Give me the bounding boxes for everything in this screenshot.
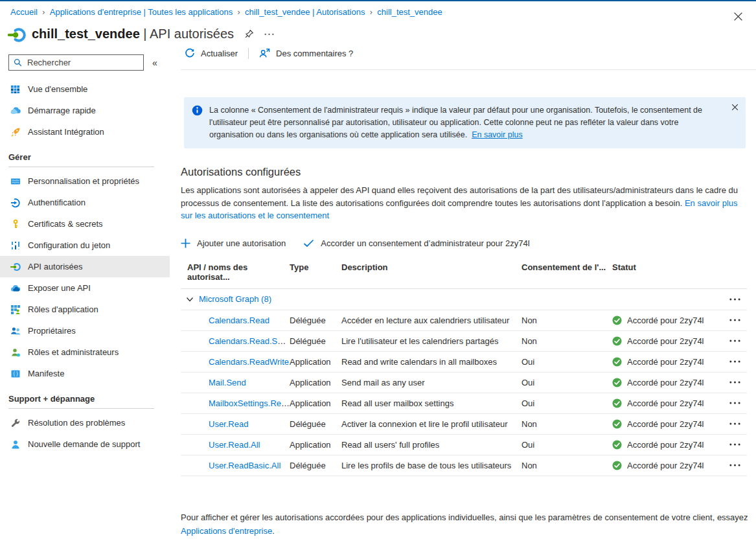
page-title: chill_test_vendee | API autorisées	[32, 27, 234, 41]
close-icon[interactable]	[733, 12, 743, 23]
rocket-icon	[10, 127, 21, 137]
sidebar-item-api-permissions[interactable]: API autorisées	[0, 256, 170, 277]
admin-consent-value: Oui	[521, 378, 612, 387]
add-permission-button[interactable]: Ajouter une autorisation	[181, 238, 286, 248]
sidebar-item-label: Rôles d'application	[28, 305, 98, 314]
status-text: Accordé pour 2zy74l	[627, 461, 704, 470]
breadcrumb-link[interactable]: chill_test_vendee	[377, 7, 442, 17]
row-menu-button[interactable]	[729, 319, 747, 321]
sidebar-item-owners[interactable]: Propriétaires	[0, 320, 170, 341]
sidebar-item-label: Authentification	[28, 198, 86, 207]
permission-link[interactable]: User.Read.All	[209, 440, 260, 450]
permission-link[interactable]: User.ReadBasic.All	[209, 461, 281, 470]
sidebar-item-label: Démarrage rapide	[28, 106, 96, 115]
info-icon	[192, 105, 203, 141]
admin-consent-value: Non	[521, 336, 612, 346]
sidebar-item-branding[interactable]: Personnalisation et propriétés	[0, 170, 170, 192]
sidebar-item-support-request[interactable]: Nouvelle demande de support	[0, 433, 170, 455]
sidebar-item-label: Configuration du jeton	[28, 240, 110, 250]
breadcrumb-link[interactable]: Applications d'entreprise | Toutes les a…	[50, 7, 233, 17]
sidebar-search[interactable]	[8, 54, 144, 71]
row-menu-button[interactable]	[729, 443, 747, 446]
granted-check-icon	[612, 336, 622, 346]
permission-link[interactable]: User.Read	[209, 419, 248, 429]
table-row: Mail.SendApplicationSend mail as any use…	[181, 373, 747, 393]
token-config-icon	[10, 240, 21, 251]
row-menu-button[interactable]	[729, 402, 747, 404]
sidebar-item-manifest[interactable]: ()Manifeste	[0, 363, 170, 384]
permission-link[interactable]: Calendars.Read.Shared	[209, 336, 290, 346]
column-header: Type	[290, 262, 341, 282]
main-content: Actualiser Des commentaires ? La colonne…	[170, 51, 756, 538]
sidebar-item-authentication[interactable]: Authentification	[0, 192, 170, 213]
sidebar-item-label: Exposer une API	[28, 283, 91, 293]
permission-link[interactable]: Calendars.ReadWrite	[209, 357, 289, 367]
permission-link[interactable]: MailboxSettings.Read	[209, 398, 290, 408]
sidebar-item-roles-admins[interactable]: Rôles et administrateurs	[0, 341, 170, 363]
sidebar-item-app-roles[interactable]: Rôles d'application	[0, 299, 170, 320]
sidebar-item-integration-assistant[interactable]: Assistant Intégration	[0, 121, 170, 143]
column-header: Statut	[612, 262, 718, 282]
breadcrumb-link[interactable]: chill_test_vendee | Autorisations	[245, 7, 365, 17]
sidebar-item-troubleshoot[interactable]: Résolution des problèmes	[0, 412, 170, 433]
permission-type: Application	[290, 378, 341, 387]
sidebar-item-label: Vue d'ensemble	[28, 84, 87, 94]
breadcrumb-separator: ›	[42, 8, 45, 17]
row-menu-button[interactable]	[729, 464, 747, 466]
permission-type: Application	[290, 398, 341, 408]
admin-consent-value: Non	[521, 419, 612, 429]
permission-type: Déléguée	[290, 316, 341, 325]
actions-bar: Ajouter une autorisation Accorder un con…	[181, 238, 756, 248]
sidebar-item-overview[interactable]: Vue d'ensemble	[0, 78, 170, 100]
admin-consent-value: Non	[521, 461, 612, 470]
sidebar-item-expose-api[interactable]: Exposer une API	[0, 277, 170, 299]
granted-check-icon	[612, 440, 622, 450]
search-input[interactable]	[26, 57, 139, 68]
row-menu-button[interactable]	[729, 381, 747, 384]
permission-link[interactable]: Mail.Send	[209, 378, 246, 387]
wrench-icon	[10, 418, 21, 428]
permission-description: Read all users' full profiles	[341, 440, 521, 450]
feedback-button[interactable]: Des commentaires ?	[255, 46, 357, 60]
breadcrumb-link[interactable]: Accueil	[10, 7, 38, 17]
more-options-icon[interactable]	[264, 33, 274, 36]
page-header: chill_test_vendee | API autorisées	[0, 17, 756, 44]
overview-grid-icon	[10, 84, 21, 94]
collapse-sidebar-button[interactable]: «	[152, 58, 157, 68]
banner-close-icon[interactable]	[731, 103, 739, 113]
permission-link[interactable]: Calendars.Read	[209, 316, 269, 325]
breadcrumb-separator: ›	[237, 8, 240, 17]
row-menu-button[interactable]	[729, 298, 747, 301]
feedback-label: Des commentaires ?	[276, 49, 353, 58]
refresh-button[interactable]: Actualiser	[181, 46, 242, 60]
sidebar-item-token-configuration[interactable]: Configuration du jeton	[0, 235, 170, 256]
sidebar-section-header: Gérer	[0, 143, 170, 167]
check-icon	[303, 239, 314, 247]
support-person-icon	[10, 439, 21, 450]
banner-learn-more-link[interactable]: En savoir plus	[472, 130, 523, 139]
pin-icon[interactable]	[244, 29, 254, 39]
sidebar-item-label: Manifeste	[28, 369, 64, 378]
granted-check-icon	[612, 357, 622, 367]
row-menu-button[interactable]	[729, 360, 747, 363]
feedback-icon	[259, 48, 270, 58]
column-header: API / noms des autorisat...	[181, 262, 290, 282]
permission-description: Accéder en lecture aux calendriers utili…	[341, 316, 521, 325]
sidebar: « Vue d'ensembleDémarrage rapideAssistan…	[0, 51, 170, 455]
permission-type: Déléguée	[290, 336, 341, 346]
status-text: Accordé pour 2zy74l	[627, 398, 704, 408]
api-permissions-page-icon	[8, 26, 26, 44]
sidebar-item-label: Personnalisation et propriétés	[28, 176, 139, 186]
row-menu-button[interactable]	[729, 422, 747, 425]
api-group-toggle[interactable]: Microsoft Graph (8)	[181, 294, 718, 304]
status-text: Accordé pour 2zy74l	[627, 336, 704, 346]
admin-consent-value: Oui	[521, 398, 612, 408]
grant-admin-consent-button[interactable]: Accorder un consentement d’administrateu…	[303, 238, 529, 248]
enterprise-applications-link[interactable]: Applications d'entreprise	[181, 526, 272, 536]
sidebar-item-certificates-secrets[interactable]: Certificats & secrets	[0, 213, 170, 235]
admin-consent-value: Oui	[521, 357, 612, 367]
sidebar-item-quickstart[interactable]: Démarrage rapide	[0, 100, 170, 121]
row-menu-button[interactable]	[729, 340, 747, 342]
sidebar-item-label: Certificats & secrets	[28, 219, 103, 229]
status-text: Accordé pour 2zy74l	[627, 440, 704, 450]
